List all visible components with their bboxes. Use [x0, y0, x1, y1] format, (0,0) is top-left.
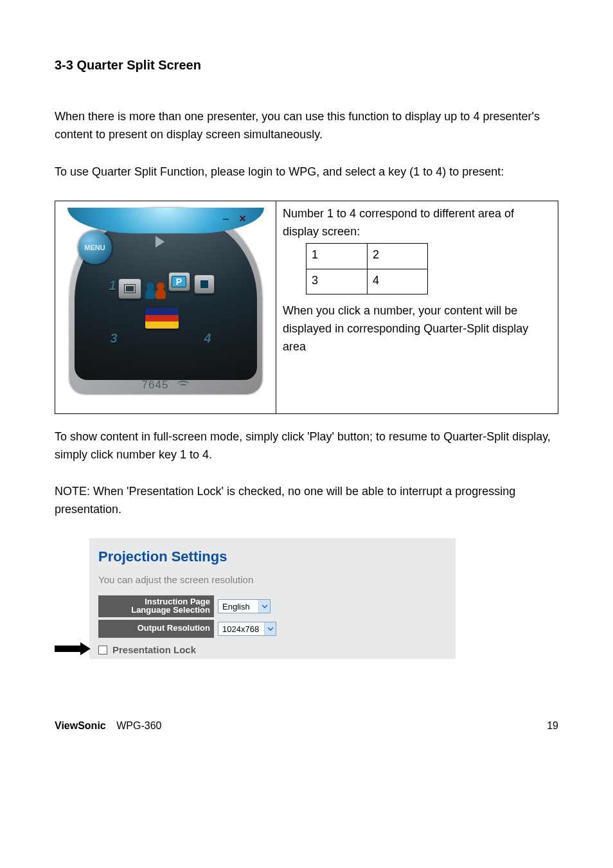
- legend-cell-3: 3: [306, 269, 367, 294]
- intro-paragraph-1: When there is more than one presenter, y…: [55, 108, 558, 144]
- login-code: 7645: [142, 379, 169, 392]
- presentation-lock-checkbox[interactable]: [98, 646, 107, 655]
- wpg-center-controls: [118, 272, 215, 343]
- legend-cell-4: 4: [367, 269, 428, 294]
- svg-rect-1: [126, 286, 134, 291]
- projection-settings-figure: Projection Settings You can adjust the s…: [55, 538, 558, 659]
- footer-left: ViewSonic WPG-360: [55, 720, 161, 732]
- footer-brand: ViewSonic: [55, 720, 106, 731]
- language-select[interactable]: English: [218, 599, 271, 613]
- explanation-outro: When you click a number, your content wi…: [283, 302, 553, 356]
- wifi-icon: [177, 381, 189, 390]
- note-paragraph: NOTE: When 'Presentation Lock' is checke…: [55, 483, 558, 519]
- wpg-widget-cell: – × MENU 1 2 3 4: [55, 201, 276, 413]
- language-selection-label-line2: Language Selection: [102, 606, 210, 614]
- page-footer: ViewSonic WPG-360 19: [55, 720, 558, 732]
- chevron-down-icon: [258, 600, 270, 613]
- legend-cell-2: 2: [367, 243, 428, 269]
- minimize-icon[interactable]: –: [220, 213, 233, 226]
- stop-button[interactable]: [194, 275, 215, 294]
- chevron-down-icon: [264, 622, 276, 635]
- projection-settings-title: Projection Settings: [98, 548, 444, 565]
- split-screen-figure-row: – × MENU 1 2 3 4: [55, 201, 558, 414]
- legend-cell-1: 1: [306, 243, 367, 269]
- close-icon[interactable]: ×: [236, 213, 249, 226]
- section-heading: 3-3 Quarter Split Screen: [55, 58, 558, 73]
- explanation-cell: Number 1 to 4 correspond to different ar…: [276, 201, 558, 413]
- output-resolution-label: Output Resolution: [98, 620, 214, 638]
- body-paragraph-3: To show content in full-screen mode, sim…: [55, 428, 558, 464]
- quadrant-legend-grid: 1 2 3 4: [306, 243, 428, 294]
- flag-icon[interactable]: [145, 308, 179, 329]
- output-resolution-select[interactable]: 1024x768: [218, 622, 276, 636]
- menu-button-label: MENU: [84, 244, 105, 251]
- quadrant-3-button[interactable]: 3: [111, 331, 118, 346]
- explanation-intro: Number 1 to 4 correspond to different ar…: [283, 205, 553, 241]
- people-icon[interactable]: [145, 282, 167, 304]
- callout-arrow-icon: [55, 644, 93, 654]
- projection-settings-subtitle: You can adjust the screen resolution: [98, 574, 444, 585]
- quadrant-1-button[interactable]: 1: [109, 278, 116, 293]
- menu-button[interactable]: MENU: [78, 231, 112, 264]
- footer-model: WPG-360: [116, 720, 161, 731]
- wpg-footer: 7645: [142, 379, 190, 392]
- output-resolution-value: 1024x768: [218, 624, 264, 634]
- language-select-value: English: [218, 602, 258, 611]
- language-selection-label: Instruction Page Language Selection: [98, 595, 214, 617]
- full-screen-icon[interactable]: [118, 278, 141, 299]
- presentation-lock-row[interactable]: Presentation Lock: [98, 644, 444, 655]
- footer-page-number: 19: [547, 720, 558, 732]
- play-icon[interactable]: [155, 236, 164, 248]
- wpg-widget: – × MENU 1 2 3 4: [69, 208, 262, 394]
- presentation-lock-label: Presentation Lock: [112, 644, 196, 655]
- pause-button[interactable]: [168, 272, 190, 291]
- projection-settings-panel: Projection Settings You can adjust the s…: [89, 538, 456, 659]
- wpg-top-arc: [67, 208, 264, 233]
- intro-paragraph-2: To use Quarter Split Function, please lo…: [55, 163, 558, 181]
